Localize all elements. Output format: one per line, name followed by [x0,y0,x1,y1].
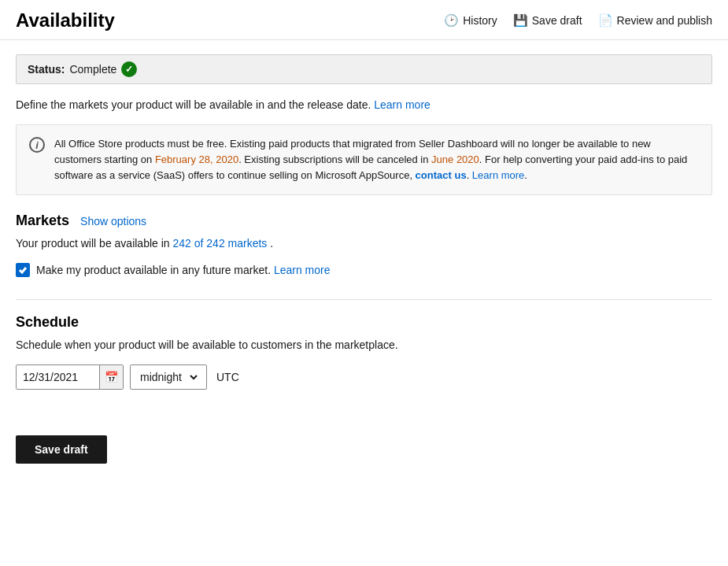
schedule-section-header: Schedule [16,314,712,331]
show-options-button[interactable]: Show options [80,215,146,228]
save-draft-header-label: Save draft [532,14,582,27]
review-publish-label: Review and publish [617,14,712,27]
info-text: All Office Store products must be free. … [54,136,699,183]
calendar-icon-button[interactable]: 📅 [99,365,123,389]
future-market-learn-more[interactable]: Learn more [274,264,331,276]
schedule-section: Schedule Schedule when your product will… [16,314,712,390]
info-date1: February 28, 2020 [155,154,238,165]
history-button[interactable]: 🕑 History [444,13,497,28]
history-label: History [463,14,497,27]
info-date2: June 2020 [431,154,479,165]
page-content: Status: Complete ✓ Define the markets yo… [0,40,728,478]
status-check-icon: ✓ [121,61,137,77]
time-select-wrap: midnight 1:00 AM 2:00 AM 3:00 AM 6:00 AM… [130,364,207,390]
checkmark-icon [18,265,28,275]
markets-section: Markets Show options Your product will b… [16,213,712,277]
date-input-wrap: 📅 [16,364,124,390]
info-icon: i [29,137,45,153]
page-title: Availability [16,9,115,31]
save-draft-header-button[interactable]: 💾 Save draft [513,13,582,28]
schedule-inputs: 📅 midnight 1:00 AM 2:00 AM 3:00 AM 6:00 … [16,364,712,390]
schedule-description: Schedule when your product will be avail… [16,337,712,353]
section-divider [16,299,712,300]
description-main: Define the markets your product will be … [16,98,371,111]
description-learn-more[interactable]: Learn more [374,98,431,111]
markets-section-title: Markets [16,213,69,229]
info-box: i All Office Store products must be free… [16,124,712,195]
status-value: Complete [69,63,116,76]
schedule-section-title: Schedule [16,314,79,331]
future-market-checkbox-row: Make my product available in any future … [16,263,712,277]
markets-text-pre: Your product will be available in [16,237,173,250]
markets-count: 242 of 242 markets [173,237,268,250]
status-bar: Status: Complete ✓ [16,54,712,84]
time-select[interactable]: midnight 1:00 AM 2:00 AM 3:00 AM 6:00 AM… [137,370,200,384]
header-actions: 🕑 History 💾 Save draft 📄 Review and publ… [444,13,712,28]
history-icon: 🕑 [444,13,459,28]
review-icon: 📄 [598,13,613,28]
review-publish-button[interactable]: 📄 Review and publish [598,13,712,28]
markets-text-post: . [270,237,273,250]
markets-section-header: Markets Show options [16,213,712,229]
page-header: Availability 🕑 History 💾 Save draft 📄 Re… [0,0,728,40]
save-draft-button[interactable]: Save draft [16,435,107,464]
markets-availability-text: Your product will be available in 242 of… [16,235,712,252]
description-text: Define the markets your product will be … [16,97,712,113]
future-market-label: Make my product available in any future … [36,264,331,276]
info-learn-more[interactable]: Learn more [472,169,524,181]
status-label: Status: [28,63,65,76]
calendar-icon: 📅 [105,371,118,383]
contact-us-link[interactable]: contact us [416,169,467,181]
timezone-label: UTC [216,371,239,383]
future-market-checkbox[interactable] [16,263,30,277]
date-input[interactable] [17,365,99,389]
save-icon: 💾 [513,13,528,28]
